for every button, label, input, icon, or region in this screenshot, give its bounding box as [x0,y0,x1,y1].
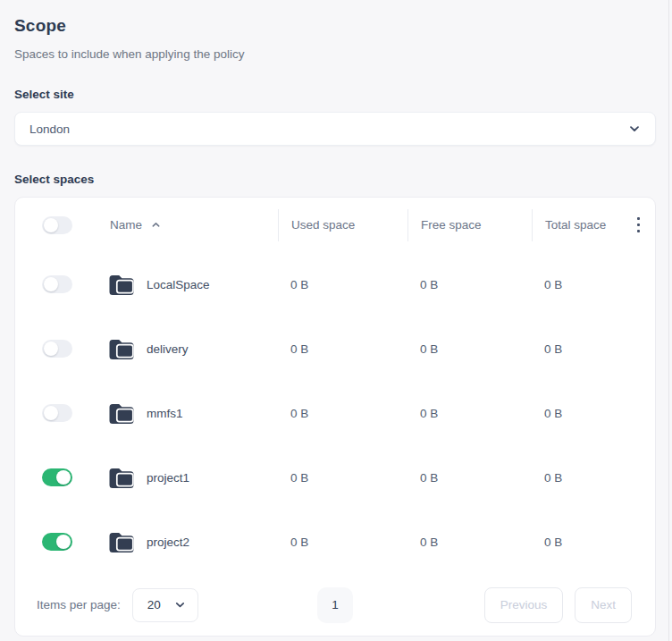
select-site-label: Select site [14,88,656,101]
scrollbar-track[interactable] [668,0,669,641]
table-row: project2 0 B 0 B 0 B [15,510,655,574]
free-space-value: 0 B [407,471,532,485]
total-space-value: 0 B [532,536,626,549]
space-toggle[interactable] [42,468,72,486]
chevron-down-icon [174,599,186,611]
folder-icon [108,273,135,296]
page-subtitle: Spaces to include when applying the poli… [14,47,656,61]
items-per-page-label: Items per page: [37,598,121,611]
previous-page-button[interactable]: Previous [484,587,564,623]
select-spaces-label: Select spaces [14,173,656,186]
space-name: project1 [147,471,189,485]
total-space-value: 0 B [532,471,626,485]
table-row: delivery 0 B 0 B 0 B [15,316,655,381]
table-row: project1 0 B 0 B 0 B [15,445,655,510]
space-toggle[interactable] [42,533,72,551]
space-toggle[interactable] [42,340,72,358]
column-header-free-space[interactable]: Free space [407,209,532,241]
free-space-value: 0 B [407,342,532,356]
space-name: delivery [147,342,189,356]
select-all-toggle[interactable] [42,216,72,234]
space-name: LocalSpace [147,278,210,291]
page-title: Scope [14,16,656,36]
used-space-value: 0 B [278,471,407,485]
used-space-value: 0 B [278,342,407,356]
folder-icon [108,337,135,360]
current-page-indicator[interactable]: 1 [317,587,353,623]
site-select[interactable]: London [14,112,656,146]
table-options-kebab-icon[interactable] [634,214,643,236]
pagination-bar: Items per page: 20 1 Previous Next [15,574,655,636]
free-space-value: 0 B [407,278,532,291]
used-space-value: 0 B [278,407,407,420]
space-toggle[interactable] [42,275,72,293]
folder-icon [108,530,135,553]
space-name: mmfs1 [147,407,183,420]
total-space-value: 0 B [532,342,626,356]
table-header-row: Name Used space Free space Total space [15,198,655,252]
table-row: LocalSpace 0 B 0 B 0 B [15,252,655,316]
total-space-value: 0 B [532,407,626,420]
chevron-down-icon [628,122,641,135]
free-space-value: 0 B [407,407,532,420]
used-space-value: 0 B [278,278,407,291]
table-body: LocalSpace 0 B 0 B 0 B [15,252,655,574]
folder-icon [108,466,135,489]
space-toggle[interactable] [42,404,72,422]
table-row: mmfs1 0 B 0 B 0 B [15,381,655,445]
free-space-value: 0 B [407,536,532,549]
site-select-value: London [29,122,70,136]
next-page-button[interactable]: Next [575,587,632,623]
total-space-value: 0 B [532,278,626,291]
spaces-table: Name Used space Free space Total space [14,197,656,637]
used-space-value: 0 B [278,536,407,549]
column-header-name[interactable]: Name [110,218,142,232]
items-per-page-select[interactable]: 20 [132,588,198,622]
folder-icon [108,401,135,425]
column-header-total-space[interactable]: Total space [532,209,626,241]
space-name: project2 [147,536,189,549]
column-header-used-space[interactable]: Used space [278,209,407,241]
sort-ascending-icon[interactable] [151,220,161,230]
items-per-page-value: 20 [147,598,161,611]
